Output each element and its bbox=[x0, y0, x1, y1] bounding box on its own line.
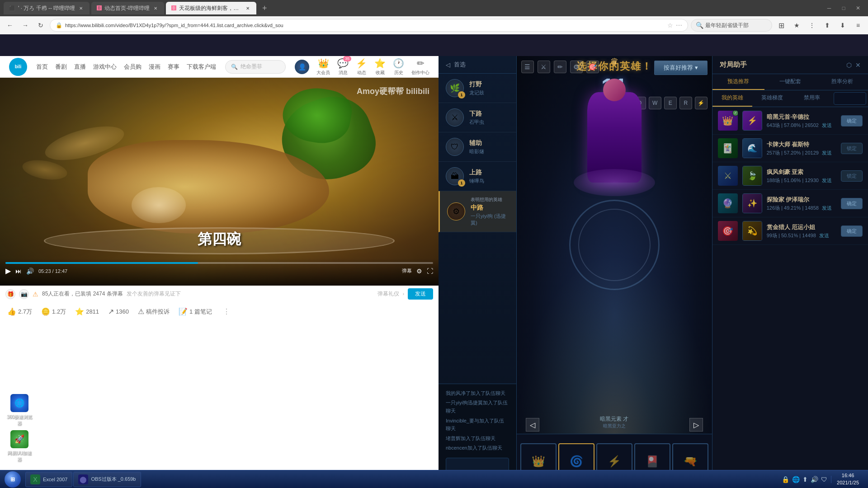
member-icon[interactable]: 👑 大会员 bbox=[316, 58, 330, 76]
user-avatar[interactable]: 👤 bbox=[295, 60, 309, 74]
report-item[interactable]: ⚠ 稿件投诉 bbox=[138, 307, 170, 316]
danmu-toggle[interactable]: 弹幕 bbox=[402, 267, 412, 274]
fullscreen-button[interactable]: ⛶ bbox=[427, 267, 433, 275]
confirm-btn-2[interactable]: 锁定 bbox=[841, 143, 863, 154]
bilibili-search[interactable]: 🔍 绝命墨菲 bbox=[225, 60, 286, 74]
opponent-search-input[interactable] bbox=[834, 92, 866, 105]
extensions-button[interactable]: ⊞ bbox=[775, 19, 788, 32]
volume-icon[interactable]: 🔊 bbox=[26, 267, 34, 275]
tab1-close[interactable]: ✕ bbox=[78, 5, 84, 11]
play-button[interactable]: ▶ bbox=[5, 267, 11, 275]
dynamic-icon[interactable]: ⚡ 动态 bbox=[356, 58, 367, 76]
share-button[interactable]: ⬆ bbox=[821, 19, 834, 32]
nav-live[interactable]: 直播 bbox=[74, 63, 86, 71]
versus-icon-2: 🌊 bbox=[747, 143, 757, 153]
send-danmu-button[interactable]: 发送 bbox=[408, 288, 433, 300]
message-icon[interactable]: 💬 消息 35 bbox=[337, 58, 349, 76]
danmu-gift-btn-1[interactable]: 🎁 bbox=[5, 289, 15, 299]
minimize-button[interactable]: ─ bbox=[823, 2, 835, 14]
tab-combo[interactable]: 一键配套 bbox=[764, 74, 816, 90]
confirm-btn-3[interactable]: 锁定 bbox=[841, 170, 863, 182]
nav-bangumi[interactable]: 番剧 bbox=[55, 63, 67, 71]
nav-download[interactable]: 下载客户端 bbox=[187, 63, 216, 71]
taskbar-excel[interactable]: X Excel 2007 bbox=[25, 472, 72, 487]
progress-bar[interactable] bbox=[5, 262, 433, 264]
coin-icon: 🪙 bbox=[41, 307, 50, 316]
nav-manga[interactable]: 漫画 bbox=[149, 63, 160, 71]
share-stat[interactable]: ↗ 1360 bbox=[108, 307, 129, 316]
settings-icon[interactable]: ⚙ bbox=[416, 267, 422, 275]
favorite-icon[interactable]: ⭐ 收藏 bbox=[374, 58, 386, 76]
nav-game[interactable]: 游戏中心 bbox=[93, 63, 117, 71]
tray-volume-icon[interactable]: 🔊 bbox=[811, 476, 818, 483]
more-menu-button[interactable]: ⋮ bbox=[806, 19, 818, 32]
confirm-btn-1[interactable]: 确定 bbox=[841, 115, 863, 127]
confirm-btn-5[interactable]: 确定 bbox=[841, 225, 863, 237]
desktop-360-icon[interactable]: 🌐 360极速浏览器 bbox=[4, 394, 35, 427]
controls-row: ▶ ⏭ 🔊 05:23 / 12:47 弹幕 ⚙ ⛶ bbox=[5, 267, 433, 275]
bookmark-icon[interactable]: ☆ bbox=[667, 22, 673, 29]
tab3-close[interactable]: ✕ bbox=[245, 5, 251, 11]
close-button[interactable]: ✕ bbox=[852, 2, 864, 14]
role-top[interactable]: 🏔 1 上路 锤嗶鸟 bbox=[439, 162, 516, 191]
role-mid[interactable]: ⚙ 表明想用的英雄 中路 一只yiyi狗 (迅捷翼) bbox=[439, 191, 516, 232]
like-stat[interactable]: 👍 2.7万 bbox=[7, 307, 32, 316]
taskbar-obs[interactable]: ⬤ OBS过版本 _0.659b bbox=[73, 472, 141, 487]
nav-esports[interactable]: 赛事 bbox=[168, 63, 179, 71]
tab2-close[interactable]: ✕ bbox=[152, 5, 159, 11]
tab-preselect[interactable]: 预选推荐 bbox=[712, 74, 764, 90]
prev-champion-btn[interactable]: ◁ bbox=[526, 418, 539, 432]
star-button[interactable]: ★ bbox=[790, 19, 803, 32]
address-bar[interactable]: 🔒 https://www.bilibili.com/video/BV1XD4y… bbox=[50, 19, 688, 32]
notes-item[interactable]: 📝 1 篇笔记 bbox=[179, 307, 212, 316]
create-icon[interactable]: ✏ 创作中心 bbox=[411, 58, 429, 76]
forward-button[interactable]: → bbox=[19, 19, 32, 32]
menu-button[interactable]: ≡ bbox=[852, 19, 864, 32]
reload-button[interactable]: ↻ bbox=[34, 19, 47, 32]
clock-area[interactable]: 16:46 2021/1/25 bbox=[833, 472, 863, 486]
match-stats-3: 188场 | 51.06% | 12930 发送 bbox=[767, 177, 836, 184]
tab-winrate[interactable]: 胜率分析 bbox=[816, 74, 868, 90]
match-item-4[interactable]: 🔮 ✨ 探险家 伊泽瑞尔 126场 | 49.21% | 14858 发送 确定 bbox=[712, 190, 868, 217]
tray-antivirus-icon[interactable]: 🛡 bbox=[821, 476, 827, 483]
star-stat[interactable]: ⭐ 2811 bbox=[75, 307, 99, 316]
more-actions-btn[interactable]: ⋮ bbox=[223, 307, 230, 316]
video-player[interactable]: Amoy硬帮帮 bilibili 第四碗 ▶ ⏭ 🔊 05:23 / 12:47… bbox=[0, 78, 439, 286]
danmu-gift-btn-2[interactable]: 📷 bbox=[19, 289, 29, 299]
start-button[interactable]: ⊞ bbox=[2, 471, 24, 488]
nav-vip[interactable]: 会员购 bbox=[124, 63, 142, 71]
match-item-1[interactable]: 👑 ✓ ⚡ 暗黑元首·辛德拉 643场 | 57.08% | 26502 发送 bbox=[712, 107, 868, 135]
subtab-my-heroes[interactable]: 我的英雄 bbox=[712, 90, 752, 107]
close-panel-icon[interactable]: ✕ bbox=[855, 61, 861, 69]
new-tab-button[interactable]: + bbox=[258, 2, 271, 14]
download-button[interactable]: ⬇ bbox=[836, 19, 849, 32]
more-icon[interactable]: ⋯ bbox=[676, 22, 682, 29]
next-button[interactable]: ⏭ bbox=[15, 267, 22, 275]
match-item-2[interactable]: 🃏 🌊 卡牌大师 崔斯特 257场 | 57.20% | 20129 发送 锁定 bbox=[712, 135, 868, 162]
tray-network-icon[interactable]: 🌐 bbox=[792, 476, 800, 483]
role-support[interactable]: 🛡 辅助 暗影燧 bbox=[439, 132, 516, 162]
browser-tab-2[interactable]: 🅱 动态首页-哔哩哔哩 ✕ bbox=[91, 2, 164, 14]
history-icon[interactable]: 🕐 历史 bbox=[393, 58, 404, 76]
tray-shield-icon[interactable]: 🔒 bbox=[782, 476, 789, 483]
back-button[interactable]: ← bbox=[4, 19, 16, 32]
tray-up-icon[interactable]: ⬆ bbox=[802, 476, 808, 483]
subtab-tier[interactable]: 英雄梯度 bbox=[752, 90, 792, 107]
coin-stat[interactable]: 🪙 1.2万 bbox=[41, 307, 66, 316]
nav-home[interactable]: 首页 bbox=[36, 63, 48, 71]
match-item-5[interactable]: 🎯 💫 赏金猎人 厄运小姐 99场 | 50.51% | 14498 发送 确定 bbox=[712, 217, 868, 245]
subtab-ban[interactable]: 禁用率 bbox=[792, 90, 832, 107]
next-champion-btn[interactable]: ▷ bbox=[689, 418, 703, 432]
back-to-lobby[interactable]: ◁ 首选 bbox=[439, 56, 516, 74]
maximize-button[interactable]: □ bbox=[837, 2, 850, 14]
browser-tab-1[interactable]: ⬛ ' · 万ろ 千栉 -- 哔哩哔哩 ✕ bbox=[4, 2, 90, 14]
desktop-uuvpn-icon[interactable]: 🚀 网易UU加速器 bbox=[4, 430, 35, 463]
browser-tab-3[interactable]: 🅱 天花板级的海鲜刺客，它... ✕ bbox=[166, 2, 256, 14]
expand-icon[interactable]: ⬡ bbox=[846, 61, 852, 69]
confirm-btn-4[interactable]: 确定 bbox=[841, 198, 863, 209]
role-jungle[interactable]: 🌿 1 打野 龙记鼓 bbox=[439, 74, 516, 103]
match-item-3[interactable]: ⚔ 🍃 疯风剑豪 亚索 188场 | 51.06% | 12930 发送 锁定 bbox=[712, 162, 868, 190]
nav-arrows: ◁ ▷ bbox=[517, 418, 712, 432]
bilibili-logo[interactable]: bili bbox=[9, 58, 27, 76]
role-bottom[interactable]: ⚔ 下路 石甲虫 bbox=[439, 103, 516, 132]
